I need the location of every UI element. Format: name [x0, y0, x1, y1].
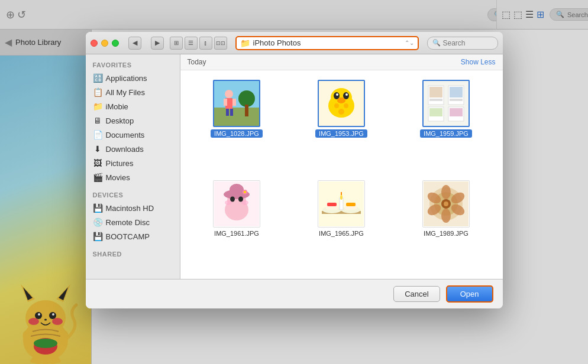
downloads-icon: ⬇ — [93, 144, 102, 154]
svg-rect-50 — [450, 87, 463, 98]
svg-point-26 — [238, 90, 255, 107]
close-button[interactable] — [91, 40, 98, 47]
open-button[interactable]: Open — [446, 285, 493, 303]
svg-rect-24 — [214, 108, 259, 126]
thumbnail-image-1 — [214, 81, 259, 126]
sidebar-item-label: Downloads — [106, 145, 144, 154]
svg-point-40 — [345, 93, 348, 96]
sidebar-item-applications[interactable]: 🔠 Applications — [86, 71, 180, 85]
desktop-icon: 🖥 — [93, 116, 102, 125]
sidebar-item-desktop[interactable]: 🖥 Desktop — [86, 113, 180, 128]
macintosh-hd-icon: 💾 — [93, 203, 102, 213]
devices-section: Devices — [86, 189, 180, 201]
file-name-4: IMG_1961.JPG — [214, 230, 259, 237]
dialog-search-input[interactable] — [443, 39, 493, 47]
show-less-button[interactable]: Show Less — [461, 58, 496, 66]
column-view-button[interactable]: ⫿ — [199, 37, 212, 50]
file-grid: IMG_1028.JPG — [180, 70, 503, 279]
file-thumbnail-4 — [213, 180, 260, 228]
icon-view-button[interactable]: ⊞ — [170, 37, 183, 50]
svg-point-76 — [340, 195, 343, 200]
thumbnail-image-3 — [424, 81, 469, 126]
view-buttons: ⊞ ☰ ⫿ ⊡⊡ — [170, 37, 227, 50]
imobie-icon: 📁 — [93, 102, 102, 111]
file-item-img1959[interactable]: IMG_1959.JPG — [397, 77, 496, 172]
sidebar-item-label: Applications — [106, 74, 147, 83]
svg-point-39 — [336, 93, 338, 96]
favorites-section: Favorites — [86, 59, 180, 71]
dialog-sidebar: Favorites 🔠 Applications 📋 All My Files … — [86, 54, 180, 279]
location-bar[interactable]: 📁 iPhoto Photos ⌃⌄ — [235, 36, 419, 50]
list-view-button[interactable]: ☰ — [185, 37, 198, 50]
svg-rect-27 — [245, 105, 248, 116]
svg-rect-72 — [327, 203, 337, 206]
svg-rect-47 — [429, 87, 442, 98]
cover-flow-button[interactable]: ⊡⊡ — [214, 37, 227, 50]
file-thumbnail-5 — [318, 180, 365, 228]
svg-rect-53 — [429, 108, 442, 116]
sidebar-item-documents[interactable]: 📄 Documents — [86, 128, 180, 142]
svg-point-60 — [230, 184, 244, 196]
file-name-2: IMG_1953.JPG — [315, 129, 367, 138]
svg-point-84 — [441, 209, 451, 223]
back-nav-button[interactable]: ◀ — [128, 37, 141, 50]
thumbnail-image-4 — [214, 181, 259, 226]
sidebar-item-movies[interactable]: 🎬 Movies — [86, 170, 180, 184]
dialog-content: Today Show Less — [180, 54, 503, 279]
file-name-6: IMG_1989.JPG — [424, 230, 469, 237]
sidebar-item-label: Desktop — [106, 116, 134, 125]
file-thumbnail-1 — [213, 80, 260, 127]
forward-nav-button[interactable]: ▶ — [151, 37, 164, 50]
folder-icon: 📁 — [240, 38, 250, 48]
file-item-img1953[interactable]: IMG_1953.JPG — [292, 77, 391, 172]
bootcamp-icon: 💾 — [93, 232, 102, 241]
file-open-dialog: ◀ ▶ ⊞ ☰ ⫿ ⊡⊡ 📁 iPhoto Photos ⌃⌄ 🔍 — [86, 32, 503, 308]
sidebar-item-label: Documents — [106, 131, 145, 139]
all-files-icon: 📋 — [93, 87, 102, 97]
sidebar-item-label: Macintosh HD — [106, 204, 154, 213]
svg-point-44 — [338, 109, 344, 115]
file-item-img1989[interactable]: IMG_1989.JPG — [397, 178, 496, 272]
pictures-icon: 🖼 — [93, 158, 102, 168]
cancel-button[interactable]: Cancel — [393, 286, 440, 302]
section-label: Today — [188, 58, 206, 66]
svg-point-62 — [244, 191, 246, 193]
location-text: iPhoto Photos — [253, 38, 402, 47]
maximize-button[interactable] — [112, 40, 119, 47]
sidebar-item-label: iMobie — [106, 102, 128, 111]
svg-rect-55 — [450, 108, 463, 116]
sidebar-item-label: All My Files — [106, 88, 145, 97]
svg-point-65 — [225, 200, 232, 205]
svg-point-43 — [344, 103, 348, 108]
svg-rect-74 — [346, 203, 356, 206]
file-name-5: IMG_1965.JPG — [319, 230, 364, 237]
sidebar-item-label: Movies — [106, 173, 130, 182]
svg-rect-33 — [230, 109, 233, 116]
svg-rect-48 — [429, 99, 442, 101]
sidebar-item-pictures[interactable]: 🖼 Pictures — [86, 156, 180, 170]
file-name-3: IMG_1959.JPG — [420, 129, 472, 138]
file-name-1: IMG_1028.JPG — [211, 129, 263, 138]
file-thumbnail-6 — [422, 180, 470, 228]
sidebar-item-remote-disc[interactable]: 💿 Remote Disc — [86, 215, 180, 229]
svg-rect-32 — [226, 109, 229, 116]
applications-icon: 🔠 — [93, 73, 102, 83]
svg-rect-51 — [450, 99, 463, 101]
svg-point-66 — [241, 200, 248, 205]
file-item-img1028[interactable]: IMG_1028.JPG — [188, 77, 286, 172]
content-header: Today Show Less — [180, 54, 503, 70]
dialog-search[interactable]: 🔍 — [427, 37, 498, 50]
sidebar-item-imobie[interactable]: 📁 iMobie — [86, 99, 180, 113]
thumbnail-image-6 — [424, 181, 469, 226]
sidebar-item-macintosh-hd[interactable]: 💾 Macintosh HD — [86, 201, 180, 215]
sidebar-item-all-my-files[interactable]: 📋 All My Files — [86, 85, 180, 99]
sidebar-item-label: Pictures — [106, 159, 134, 168]
dialog-overlay: ◀ ▶ ⊞ ☰ ⫿ ⊡⊡ 📁 iPhoto Photos ⌃⌄ 🔍 — [0, 0, 588, 364]
sidebar-item-bootcamp[interactable]: 💾 BOOTCAMP — [86, 229, 180, 243]
dialog-body: Favorites 🔠 Applications 📋 All My Files … — [86, 54, 503, 279]
file-item-img1965[interactable]: IMG_1965.JPG — [292, 178, 391, 272]
dialog-footer: Cancel Open — [86, 279, 503, 308]
minimize-button[interactable] — [101, 40, 108, 47]
file-item-img1961[interactable]: IMG_1961.JPG — [188, 178, 286, 272]
sidebar-item-downloads[interactable]: ⬇ Downloads — [86, 142, 180, 156]
